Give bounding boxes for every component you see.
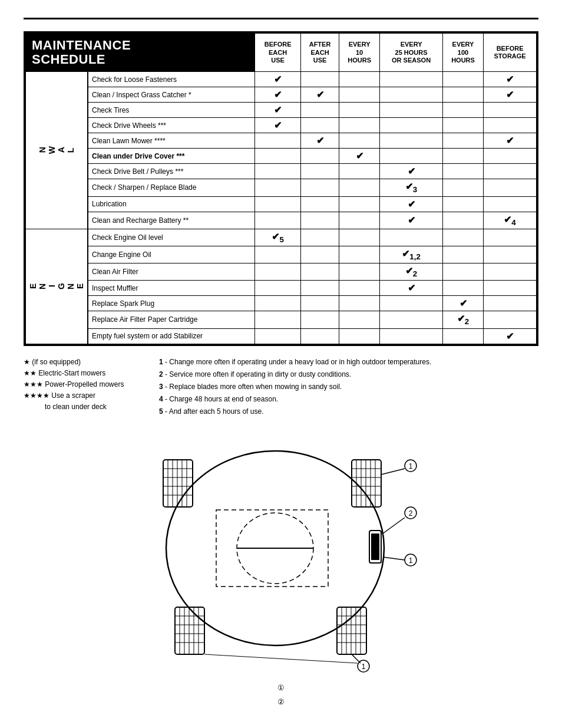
check-cell <box>301 103 339 118</box>
task-cell: Replace Spark Plug <box>88 296 255 311</box>
check-cell <box>339 296 380 311</box>
check-cell <box>301 229 339 246</box>
table-row: Replace Spark Plug ✔ <box>26 296 537 311</box>
task-cell: Clean and Recharge Battery ** <box>88 212 255 229</box>
check-cell <box>339 229 380 246</box>
task-cell: Check Drive Belt / Pulleys *** <box>88 164 255 179</box>
check-cell: ✔4 <box>484 212 537 229</box>
footnote-star4: ★★★★ Use a scraper <box>24 390 141 401</box>
footnote-1: 1 - Change more often if operating under… <box>159 357 538 368</box>
check-cell <box>442 164 483 179</box>
check-cell <box>380 103 443 118</box>
footnote-3: 3 - Replace blades more often when mowin… <box>159 381 538 393</box>
task-cell: Inspect Muffler <box>88 281 255 296</box>
check-cell: ✔ <box>380 164 443 179</box>
check-cell <box>339 311 380 328</box>
footnote-star2: ★★ Electric-Start mowers <box>24 368 141 379</box>
footnote-star3: ★★★ Power-Propelled mowers <box>24 379 141 390</box>
footnotes: ★ (if so equipped) ★★ Electric-Start mow… <box>24 357 538 419</box>
check-cell <box>255 246 301 263</box>
check-cell <box>442 72 483 87</box>
check-cell <box>484 149 537 164</box>
check-cell: ✔ <box>255 118 301 133</box>
diagram-label2: ② <box>140 695 422 709</box>
col-after-each: AFTEREACHUSE <box>301 34 339 72</box>
check-cell <box>339 196 380 212</box>
check-cell <box>255 164 301 179</box>
check-cell <box>339 281 380 296</box>
check-cell <box>301 296 339 311</box>
svg-text:1: 1 <box>362 663 366 671</box>
task-cell: Check / Sharpen / Replace Blade <box>88 179 255 196</box>
check-cell <box>442 118 483 133</box>
check-cell <box>301 196 339 212</box>
col-every-100: EVERY100HOURS <box>442 34 483 72</box>
check-cell <box>442 246 483 263</box>
check-cell: ✔ <box>301 87 339 103</box>
footnote-star1: ★ (if so equipped) <box>24 357 141 368</box>
check-cell: ✔ <box>255 72 301 87</box>
table-row: Check / Sharpen / Replace Blade ✔3 <box>26 179 537 196</box>
check-cell <box>339 133 380 149</box>
check-cell <box>301 212 339 229</box>
footnotes-right: 1 - Change more often if operating under… <box>159 357 538 419</box>
check-cell <box>339 118 380 133</box>
check-cell <box>339 263 380 281</box>
check-cell: ✔ <box>380 212 443 229</box>
lawn-section-label: LAWN <box>26 72 88 229</box>
task-cell: Clean / Inspect Grass Catcher * <box>88 87 255 103</box>
task-cell: Replace Air Filter Paper Cartridge <box>88 311 255 328</box>
check-cell <box>380 296 443 311</box>
check-cell <box>255 296 301 311</box>
table-row: Clean Air Filter ✔2 <box>26 263 537 281</box>
check-cell: ✔ <box>301 133 339 149</box>
check-cell <box>301 246 339 263</box>
check-cell <box>255 149 301 164</box>
check-cell <box>484 311 537 328</box>
check-cell <box>301 328 339 344</box>
diagram-label1: ① <box>140 681 422 694</box>
check-cell <box>339 103 380 118</box>
task-cell: Empty fuel system or add Stabilizer <box>88 328 255 344</box>
svg-text:2: 2 <box>409 509 413 518</box>
table-title: MAINTENANCE SCHEDULE <box>26 34 255 72</box>
footnote-5: 5 - And after each 5 hours of use. <box>159 406 538 417</box>
svg-line-51 <box>383 518 405 533</box>
table-row: LAWN Check for Loose Fasteners ✔ ✔ <box>26 72 537 87</box>
table-row: Lubrication ✔ <box>26 196 537 212</box>
check-cell: ✔ <box>484 72 537 87</box>
col-every-25: EVERY25 HOURSOR SEASON <box>380 34 443 72</box>
check-cell <box>255 179 301 196</box>
diagram-container: 1 2 1 1 ① ② <box>140 430 422 709</box>
svg-text:1: 1 <box>409 462 413 470</box>
table-row: Clean and Recharge Battery ** ✔ ✔4 <box>26 212 537 229</box>
check-cell <box>380 311 443 328</box>
check-cell: ✔3 <box>380 179 443 196</box>
footnote-2: 2 - Service more often if operating in d… <box>159 369 538 380</box>
check-cell <box>484 281 537 296</box>
check-cell <box>380 229 443 246</box>
check-cell <box>339 87 380 103</box>
check-cell: ✔1,2 <box>380 246 443 263</box>
check-cell <box>301 179 339 196</box>
check-cell <box>484 263 537 281</box>
check-cell <box>442 281 483 296</box>
check-cell <box>442 133 483 149</box>
check-cell: ✔ <box>484 133 537 149</box>
table-row: Check Drive Wheels *** ✔ <box>26 118 537 133</box>
check-cell <box>484 196 537 212</box>
diagram-section: 1 2 1 1 ① ② <box>24 430 538 709</box>
check-cell <box>484 229 537 246</box>
check-cell <box>301 118 339 133</box>
check-cell: ✔5 <box>255 229 301 246</box>
svg-line-54 <box>383 557 405 560</box>
check-cell <box>380 133 443 149</box>
check-cell <box>255 311 301 328</box>
check-cell <box>442 87 483 103</box>
check-cell <box>484 246 537 263</box>
svg-line-48 <box>381 469 405 475</box>
check-cell <box>339 72 380 87</box>
check-cell <box>339 246 380 263</box>
task-cell: Clean Lawn Mower **** <box>88 133 255 149</box>
task-cell: Clean Air Filter <box>88 263 255 281</box>
